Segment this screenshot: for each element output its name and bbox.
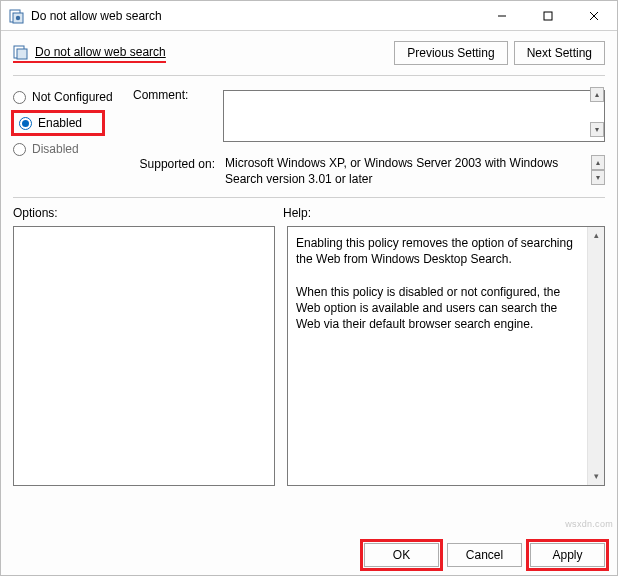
minimize-button[interactable] [479, 1, 525, 31]
panels-row: Enabling this policy removes the option … [1, 226, 617, 486]
policy-title-link[interactable]: Do not allow web search [13, 44, 166, 63]
scroll-down-button[interactable]: ▾ [591, 170, 605, 185]
divider [13, 197, 605, 198]
scroll-track[interactable] [588, 244, 604, 468]
supported-on-label: Supported on: [133, 155, 223, 191]
config-area: Not Configured Enabled Disabled Comment:… [1, 76, 617, 193]
radio-label: Not Configured [32, 90, 113, 104]
maximize-button[interactable] [525, 1, 571, 31]
ok-button[interactable]: OK [364, 543, 439, 567]
state-radio-group: Not Configured Enabled Disabled [13, 86, 133, 191]
scroll-down-button[interactable]: ▾ [590, 122, 604, 137]
svg-rect-4 [544, 12, 552, 20]
scroll-up-button[interactable]: ▴ [590, 87, 604, 102]
next-setting-button[interactable]: Next Setting [514, 41, 605, 65]
header-row: Do not allow web search Previous Setting… [1, 31, 617, 71]
help-paragraph: Enabling this policy removes the option … [296, 235, 584, 267]
close-button[interactable] [571, 1, 617, 31]
panel-labels: Options: Help: [1, 204, 617, 226]
radio-not-configured[interactable]: Not Configured [13, 86, 133, 108]
radio-dot-icon [19, 117, 32, 130]
window-controls [479, 1, 617, 31]
options-panel [13, 226, 275, 486]
policy-title-text: Do not allow web search [35, 45, 166, 59]
apply-button[interactable]: Apply [530, 543, 605, 567]
radio-enabled[interactable]: Enabled [13, 112, 103, 134]
window-title: Do not allow web search [31, 9, 479, 23]
svg-rect-8 [17, 49, 27, 59]
comment-label: Comment: [133, 86, 223, 145]
radio-dot-icon [13, 91, 26, 104]
help-label: Help: [283, 206, 311, 220]
cancel-button[interactable]: Cancel [447, 543, 522, 567]
scroll-up-icon[interactable]: ▴ [588, 227, 604, 244]
title-bar: Do not allow web search [1, 1, 617, 31]
watermark: wsxdn.com [565, 519, 613, 529]
radio-disabled[interactable]: Disabled [13, 138, 133, 160]
scroll-down-icon[interactable]: ▾ [588, 468, 604, 485]
options-label: Options: [13, 206, 283, 220]
help-text: Enabling this policy removes the option … [288, 227, 604, 485]
comment-input[interactable] [223, 90, 605, 142]
meta-column: Comment: ▴ ▾ Supported on: Microsoft Win… [133, 86, 605, 191]
radio-dot-icon [13, 143, 26, 156]
help-paragraph: When this policy is disabled or not conf… [296, 284, 584, 333]
scroll-up-button[interactable]: ▴ [591, 155, 605, 170]
scrollbar[interactable]: ▴ ▾ [587, 227, 604, 485]
radio-label: Enabled [38, 116, 82, 130]
previous-setting-button[interactable]: Previous Setting [394, 41, 507, 65]
policy-icon [9, 8, 25, 24]
help-panel: Enabling this policy removes the option … [287, 226, 605, 486]
supported-on-value: Microsoft Windows XP, or Windows Server … [223, 155, 605, 191]
svg-point-2 [16, 15, 20, 19]
policy-icon [13, 44, 29, 60]
dialog-buttons: OK Cancel Apply [364, 543, 605, 567]
radio-label: Disabled [32, 142, 79, 156]
